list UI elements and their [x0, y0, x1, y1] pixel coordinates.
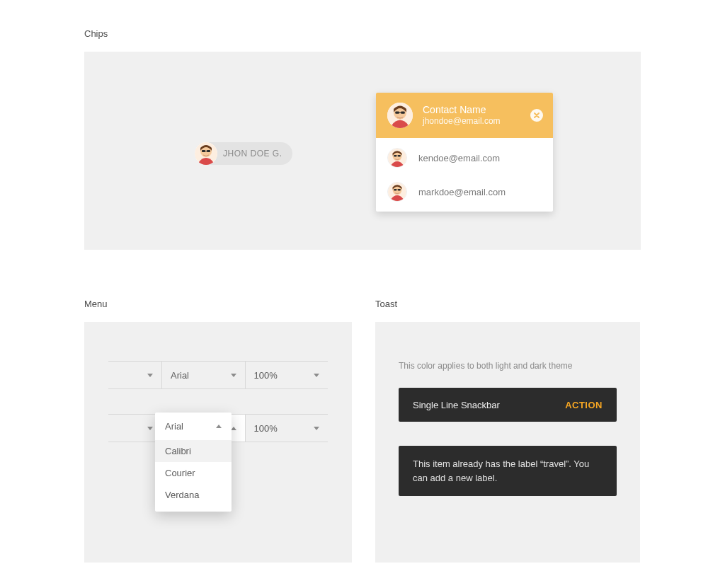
snackbar-text: Single Line Snackbar	[413, 400, 500, 410]
avatar	[387, 182, 407, 202]
contact-name: Contact Name	[423, 104, 542, 116]
menu-section-title: Menu	[84, 299, 352, 309]
dropdown-empty[interactable]	[108, 415, 162, 442]
contact-item-email: kendoe@email.com	[418, 153, 500, 163]
close-icon[interactable]	[530, 109, 543, 122]
avatar	[387, 148, 407, 168]
chips-section-title: Chips	[84, 28, 641, 39]
snackbar-single: Single Line Snackbar ACTION	[399, 388, 617, 422]
toast-subtitle: This color applies to both light and dar…	[399, 361, 617, 371]
menu-panel: Arial 100% Arial 100%	[84, 322, 352, 563]
popup-option[interactable]: Calibri	[155, 440, 232, 462]
contact-item[interactable]: kendoe@email.com	[376, 141, 553, 175]
dropdown-label: 100%	[254, 423, 278, 434]
chevron-down-icon	[314, 374, 319, 377]
size-dropdown[interactable]: 100%	[246, 362, 329, 388]
chips-panel: JHON DOE G. Contact Name jhondoe@email.c…	[84, 52, 641, 250]
popup-header-label: Arial	[165, 421, 183, 432]
popup-option[interactable]: Verdana	[155, 484, 232, 506]
snackbar-multi: This item already has the label “travel”…	[399, 446, 617, 496]
chevron-down-icon	[314, 427, 319, 430]
avatar	[387, 103, 413, 128]
toast-panel: This color applies to both light and dar…	[375, 322, 640, 563]
contact-chip[interactable]: JHON DOE G.	[195, 142, 292, 165]
size-dropdown[interactable]: 100%	[246, 415, 329, 442]
chip-label: JHON DOE G.	[223, 149, 282, 158]
contact-card: Contact Name jhondoe@email.com kendoe@em…	[376, 93, 553, 212]
chevron-down-icon	[231, 374, 236, 377]
font-dropdown[interactable]: Arial	[162, 362, 246, 388]
contact-email: jhondoe@email.com	[423, 116, 542, 126]
popup-selected[interactable]: Arial	[155, 413, 232, 440]
contact-card-header: Contact Name jhondoe@email.com	[376, 93, 553, 138]
chevron-up-icon	[216, 425, 222, 428]
snackbar-action-button[interactable]: ACTION	[565, 400, 603, 410]
contact-list: kendoe@email.com markdoe@email.com	[376, 138, 553, 212]
contact-item[interactable]: markdoe@email.com	[376, 175, 553, 209]
dropdown-label: Arial	[171, 370, 189, 381]
snackbar-text: This item already has the label “travel”…	[413, 459, 589, 483]
toast-section-title: Toast	[375, 299, 640, 309]
toolbar-row: Arial 100%	[108, 361, 328, 389]
avatar	[195, 142, 217, 165]
chevron-down-icon	[147, 374, 153, 377]
contact-item-email: markdoe@email.com	[418, 187, 506, 197]
dropdown-label: 100%	[254, 370, 278, 381]
dropdown-empty[interactable]	[108, 362, 162, 388]
popup-option[interactable]: Courier	[155, 462, 232, 484]
chevron-down-icon	[147, 427, 153, 430]
font-popup: Arial Calibri Courier Verdana	[155, 413, 232, 512]
